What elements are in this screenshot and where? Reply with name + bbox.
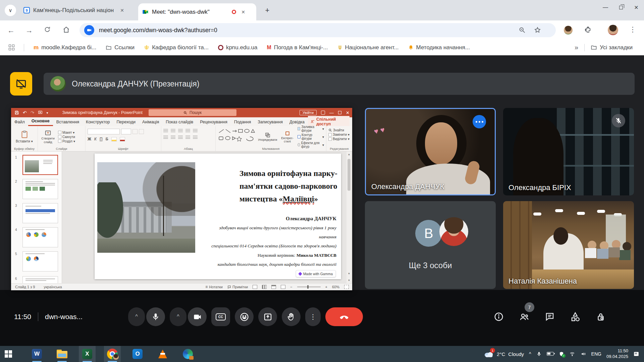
video-tile-others[interactable]: В Ще 3 особи (365, 201, 496, 289)
camera-button[interactable] (188, 307, 207, 326)
tab-file[interactable]: Файл (11, 118, 28, 126)
paste-label[interactable]: Вставити (16, 139, 30, 143)
tray-wifi-icon[interactable] (569, 351, 575, 357)
fit-to-window-icon[interactable] (344, 285, 349, 289)
browser-menu-icon[interactable]: ⋮ (629, 25, 636, 34)
zoom-level[interactable]: 60% (332, 285, 339, 289)
bold-button[interactable]: Ж (88, 137, 91, 141)
slide-thumbnail-1-selected[interactable] (22, 155, 58, 175)
tab-slideshow[interactable]: Показ слайдів (162, 118, 197, 126)
next-slide-icon[interactable]: ▼ (346, 279, 352, 282)
url-text[interactable]: meet.google.com/dwn-woas-dwk?authuser=0 (99, 23, 217, 37)
replace-button[interactable]: Замінити▾ (328, 133, 350, 136)
highlight-color-icon[interactable] (111, 137, 117, 141)
scroll-down-icon[interactable]: ▼ (346, 272, 352, 275)
explorer-taskbar-icon[interactable] (54, 346, 70, 362)
redo-icon[interactable]: ↷ (31, 110, 35, 115)
indent-increase-icon[interactable] (185, 129, 190, 133)
zoom-in-icon[interactable]: + (325, 285, 327, 289)
notification-center-icon[interactable] (633, 351, 639, 357)
tab-design[interactable]: Конструктор (83, 118, 113, 126)
raise-hand-button[interactable] (282, 307, 301, 326)
new-tab-button[interactable]: + (262, 5, 272, 15)
present-button[interactable] (258, 307, 277, 326)
grow-font-icon[interactable] (132, 129, 138, 134)
tab-search-button[interactable]: ∨ (5, 5, 16, 16)
bookmark-kpnu[interactable]: kpnu.edu.ua (218, 44, 258, 51)
profile-avatar[interactable] (608, 25, 618, 35)
reload-icon[interactable] (44, 26, 51, 33)
vlc-taskbar-icon[interactable] (154, 346, 171, 362)
weather-widget[interactable]: 1 2°C Cloudy (484, 350, 524, 358)
shapes-gallery[interactable] (218, 128, 255, 145)
columns-icon[interactable] (193, 136, 198, 139)
slide-thumbnail-2[interactable] (22, 179, 58, 199)
bookmark-kafedra[interactable]: Кафедра біології та... (144, 44, 209, 51)
slide-thumbnail-6[interactable] (22, 276, 58, 283)
zoom-slider-thumb[interactable] (307, 285, 309, 289)
video-tile-kazanishena[interactable]: Наталія Казанішена (503, 201, 634, 289)
close-tab-icon[interactable]: ✕ (118, 6, 126, 15)
video-tile-birikh[interactable]: Олександра БІРІХ (503, 108, 634, 195)
bookmark-star-icon[interactable] (534, 26, 541, 34)
gamma-badge[interactable]: Made with Gamma (296, 270, 336, 277)
tab-calendar[interactable]: 9 Кам'янець-Подільський націон ✕ (21, 0, 135, 20)
zoom-out-icon[interactable]: − (290, 285, 292, 289)
mic-options-chevron[interactable]: ^ (128, 307, 145, 326)
align-center-icon[interactable] (171, 136, 175, 139)
zoom-slider[interactable] (297, 287, 321, 287)
quick-styles-button[interactable]: Експрес-стилі (280, 130, 294, 143)
back-icon[interactable]: ← (7, 26, 15, 35)
quick-access-caret-icon[interactable]: ▾ (46, 111, 48, 115)
font-color-icon[interactable] (120, 137, 125, 141)
numbering-icon[interactable] (171, 129, 175, 133)
word-taskbar-icon[interactable]: W (29, 346, 45, 362)
indent-decrease-icon[interactable] (178, 129, 183, 133)
tray-battery-icon[interactable] (547, 351, 554, 357)
save-icon[interactable] (14, 110, 19, 115)
activities-button[interactable] (570, 312, 580, 322)
tab-home-selected[interactable]: Основне (28, 117, 53, 126)
slide-canvas[interactable]: Зимова орнітофауна парку-пам'ятки садово… (95, 154, 341, 279)
edge-taskbar-icon[interactable] (179, 346, 196, 362)
font-name-combobox[interactable] (88, 129, 120, 134)
strikethrough-button[interactable]: S (106, 137, 108, 141)
bookmarks-overflow-icon[interactable]: » (575, 44, 578, 51)
chat-button[interactable] (545, 312, 555, 322)
info-button[interactable] (494, 312, 504, 322)
slide-sorter-view-icon[interactable] (262, 285, 267, 289)
ppt-restore-icon[interactable] (338, 111, 341, 114)
ppt-sign-in-button[interactable]: Увійти (300, 110, 317, 115)
slide-thumbnail-panel[interactable]: 1 2 3 4 (11, 152, 62, 283)
slide-number-status[interactable]: Слайд 1 з 9 (15, 285, 35, 289)
tab-animation[interactable]: Анімація (139, 118, 162, 126)
select-button[interactable]: Виділити▾ (328, 137, 350, 141)
notes-button[interactable]: ≡Нотатки (205, 285, 223, 289)
slide-thumbnail-3[interactable] (22, 203, 58, 223)
shape-fill-button[interactable]: Заливка фігури▾ (298, 125, 324, 132)
line-spacing-icon[interactable] (193, 129, 198, 133)
all-bookmarks-button[interactable]: Усі закладки (591, 44, 633, 51)
ppt-close-icon[interactable]: ✕ (346, 110, 350, 115)
excel-taskbar-icon[interactable]: X (79, 346, 96, 362)
paste-icon[interactable] (20, 130, 29, 139)
outlook-taskbar-icon[interactable]: O (129, 346, 146, 362)
normal-view-icon[interactable] (253, 285, 257, 289)
window-restore-button[interactable] (613, 1, 629, 14)
language-status[interactable]: українська (44, 285, 62, 289)
start-button[interactable] (0, 346, 17, 362)
people-button[interactable]: 7 (519, 312, 529, 322)
bookmark-weather[interactable]: МПогода в Кам'янці-... (267, 44, 328, 51)
slideshow-icon[interactable] (38, 110, 43, 115)
ppt-minimize-icon[interactable]: — (329, 110, 334, 115)
video-tile-danchuk[interactable]: ♥ ♥ Олександра ДАНЧУК (365, 108, 496, 195)
reset-button[interactable]: Скинути (58, 135, 75, 139)
new-slide-button[interactable]: Створити слайд (40, 129, 56, 144)
presentation-off-indicator[interactable] (10, 72, 32, 96)
underline-button[interactable]: П (100, 137, 103, 141)
bookmark-links-folder[interactable]: Ссылки (106, 44, 135, 51)
tray-mic-icon[interactable] (536, 351, 542, 357)
shrink-font-icon[interactable] (139, 129, 144, 134)
extensions-puzzle-icon[interactable] (584, 26, 592, 34)
tile-options-button[interactable] (473, 115, 486, 128)
